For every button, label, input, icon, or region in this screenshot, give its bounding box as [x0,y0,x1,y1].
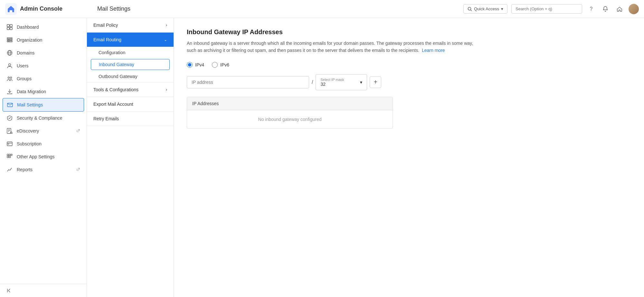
sidebar-item-domains[interactable]: Domains [0,46,87,59]
ip-version-radio-group: IPv4 IPv6 [187,62,631,68]
quick-access-button[interactable]: Quick Access ▾ [463,4,507,14]
ipv6-radio-label[interactable]: IPv6 [212,62,229,68]
svg-line-3 [470,10,472,11]
chevron-right-icon: › [166,87,167,92]
topbar: Admin Console Mail Settings Quick Access… [0,0,644,18]
sidebar-item-subscription[interactable]: Subscription [0,137,87,150]
app-logo: Admin Console [5,3,92,15]
svg-rect-6 [10,25,12,27]
home-logo-icon [5,3,17,15]
mid-section-export: Export Mail Account [87,97,174,112]
email-routing-label: Email Routing [93,37,121,42]
ip-address-input[interactable] [187,76,309,88]
select-chevron-icon: ▾ [360,80,362,85]
avatar[interactable] [629,4,639,14]
svg-rect-29 [8,144,9,144]
home-icon [617,6,622,12]
sidebar-item-label: eDiscovery [17,128,39,134]
search-icon [468,7,472,11]
add-ip-button[interactable]: + [370,76,381,88]
sidebar-item-ediscovery[interactable]: eDiscovery [0,124,87,137]
svg-rect-7 [7,27,9,30]
collapse-icon [6,288,12,293]
sidebar-item-groups[interactable]: Groups [0,72,87,85]
reports-icon [6,166,13,173]
configuration-sub-item[interactable]: Configuration [87,47,174,58]
sidebar-item-label: Groups [17,76,32,81]
home-button[interactable] [614,4,625,14]
svg-rect-5 [7,25,9,27]
svg-rect-8 [10,27,12,30]
svg-rect-32 [7,156,9,158]
mid-section-email-routing: Email Routing ⌄ Configuration Inbound Ga… [87,33,174,83]
user-icon [6,63,13,69]
retry-emails-label: Retry Emails [93,116,119,121]
mid-section-retry: Retry Emails [87,112,174,126]
sidebar-item-other-app-settings[interactable]: Other App Settings [0,150,87,163]
svg-rect-1 [10,10,12,12]
sidebar-item-dashboard[interactable]: Dashboard [0,21,87,34]
sidebar-item-data-migration[interactable]: Data Migration [0,85,87,98]
export-mail-item[interactable]: Export Mail Account [87,97,174,111]
svg-rect-13 [9,41,12,42]
subscription-icon [6,141,13,147]
chevron-down-icon: ▾ [501,6,503,11]
svg-rect-9 [7,38,12,39]
outbound-gateway-sub-item[interactable]: Outbound Gateway [87,71,174,82]
svg-rect-33 [9,156,11,158]
svg-point-17 [9,64,11,66]
ip-input-row: / Select IP mask 32 ▾ + [187,74,631,90]
svg-line-26 [12,133,13,134]
ipv6-radio[interactable] [212,62,218,68]
email-policy-item[interactable]: Email Policy › [87,18,174,32]
topbar-actions: Quick Access ▾ ? [463,4,639,14]
tools-configurations-item[interactable]: Tools & Configurations › [87,83,174,97]
ip-table-empty-message: No inbound gateway configured [187,110,393,128]
org-icon [6,37,13,43]
sidebar-item-security-compliance[interactable]: Security & Compliance [0,112,87,124]
notifications-button[interactable] [600,4,611,14]
svg-point-19 [10,77,12,79]
ip-mask-select[interactable]: Select IP mask 32 ▾ [316,74,367,90]
sidebar-item-label: Reports [17,167,33,172]
apps-icon [6,153,13,160]
svg-rect-11 [9,39,12,40]
svg-rect-31 [9,154,11,156]
svg-rect-34 [11,154,12,155]
sidebar-item-reports[interactable]: Reports [0,163,87,176]
email-routing-item[interactable]: Email Routing ⌄ [87,33,174,47]
svg-rect-10 [7,39,9,40]
globe-icon [6,50,13,56]
sidebar-item-label: Data Migration [17,89,46,94]
chevron-down-icon: ⌄ [164,37,167,42]
svg-point-2 [468,7,471,10]
retry-emails-item[interactable]: Retry Emails [87,112,174,126]
ipv4-radio-label[interactable]: IPv4 [187,62,204,68]
sidebar-item-users[interactable]: Users [0,59,87,72]
inbound-gateway-sub-item[interactable]: Inbound Gateway [91,59,170,70]
main-layout: Dashboard Organization Domains [0,18,644,297]
groups-icon [6,75,13,82]
content-area: Inbound Gateway IP Addresses An inbound … [174,18,644,297]
slash-divider: / [312,79,313,85]
mid-section-email-policy: Email Policy › [87,18,174,33]
email-policy-label: Email Policy [93,23,118,28]
sidebar-collapse-button[interactable] [0,284,87,297]
sidebar-nav: Dashboard Organization Domains [0,18,87,284]
chevron-right-icon: › [166,23,167,27]
mail-icon [7,102,13,108]
ipv4-radio[interactable] [187,62,193,68]
middle-panel: Email Policy › Email Routing ⌄ Configura… [87,18,174,297]
learn-more-link[interactable]: Learn more [422,48,445,53]
ip-table-header: IP Addresses [187,97,393,110]
tools-label: Tools & Configurations [93,87,138,92]
sidebar-item-label: Subscription [17,141,42,146]
sidebar-item-mail-settings[interactable]: Mail Settings [3,98,84,112]
sidebar-item-organization[interactable]: Organization [0,34,87,46]
svg-point-25 [11,132,12,134]
content-title: Inbound Gateway IP Addresses [187,28,631,36]
sidebar-item-label: Organization [17,37,42,43]
help-button[interactable]: ? [586,4,596,14]
bell-icon [602,6,608,12]
search-input[interactable] [511,4,582,14]
